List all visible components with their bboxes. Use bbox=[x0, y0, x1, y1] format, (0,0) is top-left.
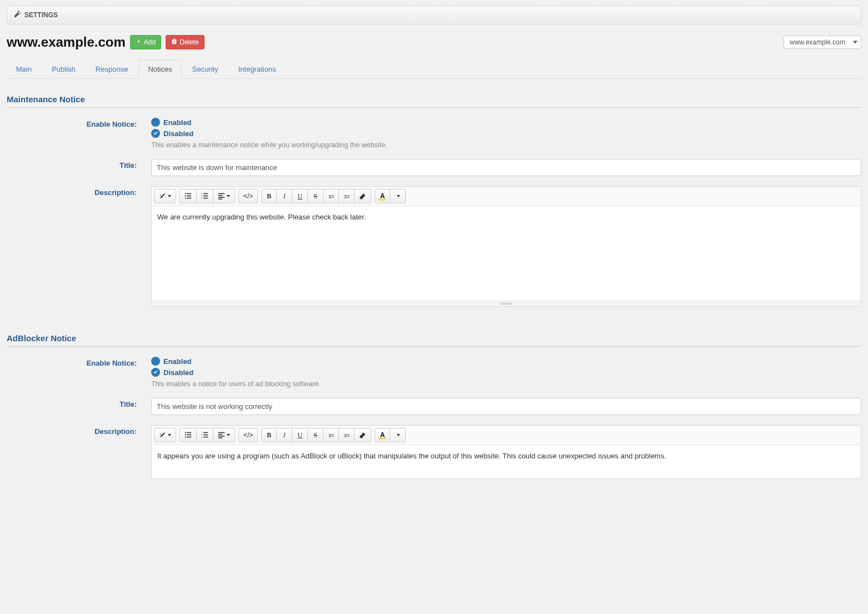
input-maint-title[interactable] bbox=[151, 159, 861, 176]
tab-publish[interactable]: Publish bbox=[42, 59, 85, 79]
font-color-button[interactable]: A bbox=[375, 428, 390, 442]
list-ul-icon bbox=[184, 431, 192, 440]
radio-maint-enabled-label: Enabled bbox=[163, 118, 192, 127]
codeview-button[interactable]: </> bbox=[238, 189, 258, 203]
unordered-list-button[interactable] bbox=[179, 428, 197, 442]
tab-response[interactable]: Response bbox=[86, 59, 138, 79]
editor-ab-content[interactable]: It appears you are using a program (such… bbox=[152, 445, 861, 478]
field-ab-enable: Enabled Disabled This enables a notice f… bbox=[151, 357, 861, 388]
editor-ab: 123 </> B I U S xs bbox=[151, 425, 861, 479]
section-maintenance: Maintenance Notice Enable Notice: Enable… bbox=[7, 94, 861, 307]
nav-tabs: Main Publish Response Notices Security I… bbox=[7, 59, 861, 79]
chevron-down-icon bbox=[397, 434, 400, 436]
align-left-icon bbox=[218, 192, 225, 201]
svg-rect-32 bbox=[218, 437, 222, 438]
input-ab-title[interactable] bbox=[151, 398, 861, 415]
radio-maint-disabled-label: Disabled bbox=[163, 129, 193, 138]
panel-heading: SETTINGS bbox=[7, 6, 861, 24]
codeview-button[interactable]: </> bbox=[238, 428, 258, 442]
style-button[interactable] bbox=[154, 189, 176, 203]
radio-ab-enabled[interactable]: Enabled bbox=[151, 357, 861, 366]
radio-ab-disabled[interactable]: Disabled bbox=[151, 368, 861, 377]
tab-integrations[interactable]: Integrations bbox=[229, 59, 286, 79]
radio-dot-icon bbox=[151, 118, 160, 127]
italic-button[interactable]: I bbox=[277, 189, 292, 203]
svg-text:3: 3 bbox=[201, 436, 202, 438]
color-swatch-icon bbox=[378, 438, 386, 440]
paragraph-button[interactable] bbox=[213, 189, 235, 203]
paragraph-button[interactable] bbox=[213, 428, 235, 442]
panel-title: SETTINGS bbox=[24, 11, 58, 19]
superscript-button[interactable]: xs bbox=[323, 189, 339, 203]
clear-formatting-button[interactable] bbox=[355, 189, 371, 203]
editor-maint: 123 </> B I U S xs bbox=[151, 186, 861, 307]
svg-point-18 bbox=[185, 434, 186, 435]
strikethrough-button[interactable]: S bbox=[308, 189, 323, 203]
subscript-button[interactable]: xs bbox=[339, 428, 355, 442]
radio-maint-disabled[interactable]: Disabled bbox=[151, 129, 861, 138]
editor-ab-toolbar: 123 </> B I U S xs bbox=[152, 426, 861, 445]
clear-formatting-button[interactable] bbox=[355, 428, 371, 442]
label-ab-title: Title: bbox=[7, 398, 151, 408]
subscript-button[interactable]: xs bbox=[339, 189, 355, 203]
svg-rect-11 bbox=[203, 195, 208, 196]
tab-main[interactable]: Main bbox=[7, 59, 41, 79]
field-ab-title bbox=[151, 398, 861, 415]
row-maint-enable: Enable Notice: Enabled Disabled This ena… bbox=[7, 118, 861, 149]
field-maint-title bbox=[151, 159, 861, 176]
row-maint-title: Title: bbox=[7, 159, 861, 176]
svg-rect-29 bbox=[218, 432, 225, 433]
help-ab-enable: This enables a notice for users of ad bl… bbox=[151, 380, 861, 388]
svg-rect-30 bbox=[218, 433, 222, 435]
svg-rect-14 bbox=[218, 194, 222, 196]
site-selector[interactable]: www.example.com bbox=[784, 36, 861, 49]
ordered-list-button[interactable]: 123 bbox=[197, 189, 213, 203]
ordered-list-button[interactable]: 123 bbox=[197, 428, 213, 442]
bold-button[interactable]: B bbox=[261, 428, 277, 442]
bold-button[interactable]: B bbox=[261, 189, 277, 203]
plus-circle-icon bbox=[136, 38, 142, 46]
settings-page: SETTINGS www.example.com Add Delete bbox=[0, 0, 868, 614]
delete-button[interactable]: Delete bbox=[166, 35, 204, 49]
label-ab-enable: Enable Notice: bbox=[7, 357, 151, 367]
superscript-button[interactable]: xs bbox=[323, 428, 339, 442]
svg-rect-31 bbox=[218, 436, 225, 437]
chevron-down-icon bbox=[227, 195, 230, 197]
label-ab-description: Description: bbox=[7, 425, 151, 436]
radio-maint-enabled[interactable]: Enabled bbox=[151, 118, 861, 127]
style-button[interactable] bbox=[154, 428, 176, 442]
font-color-more-button[interactable] bbox=[390, 189, 406, 203]
svg-rect-5 bbox=[187, 195, 191, 196]
tab-notices[interactable]: Notices bbox=[138, 59, 181, 79]
strikethrough-button[interactable]: S bbox=[308, 428, 323, 442]
unordered-list-button[interactable] bbox=[179, 189, 197, 203]
underline-button[interactable]: U bbox=[292, 428, 308, 442]
color-swatch-icon bbox=[378, 199, 386, 201]
font-color-button[interactable]: A bbox=[375, 189, 390, 203]
tab-security[interactable]: Security bbox=[183, 59, 228, 79]
chevron-down-icon bbox=[397, 195, 400, 197]
field-ab-description: 123 </> B I U S xs bbox=[151, 425, 861, 479]
svg-rect-12 bbox=[203, 197, 208, 198]
eraser-icon bbox=[359, 431, 366, 440]
editor-maint-content[interactable]: We are currently upgrading this website.… bbox=[152, 206, 861, 301]
row-maint-description: Description: 123 bbox=[7, 186, 861, 307]
italic-button[interactable]: I bbox=[277, 428, 292, 442]
wrench-icon bbox=[14, 11, 21, 19]
chevron-down-icon bbox=[227, 434, 230, 436]
add-button[interactable]: Add bbox=[130, 35, 161, 49]
svg-point-17 bbox=[185, 432, 186, 433]
editor-maint-resize[interactable] bbox=[152, 301, 861, 306]
font-color-more-button[interactable] bbox=[390, 428, 406, 442]
svg-rect-26 bbox=[203, 432, 208, 433]
magic-wand-icon bbox=[159, 192, 166, 201]
label-maint-enable: Enable Notice: bbox=[7, 118, 151, 128]
underline-button[interactable]: U bbox=[292, 189, 308, 203]
help-maint-enable: This enables a maintenance notice while … bbox=[151, 141, 861, 149]
section-adblocker: AdBlocker Notice Enable Notice: Enabled … bbox=[7, 333, 861, 479]
delete-button-label: Delete bbox=[179, 38, 199, 46]
grip-icon bbox=[500, 303, 512, 304]
site-title: www.example.com bbox=[7, 34, 126, 50]
trash-icon bbox=[171, 38, 177, 46]
editor-maint-toolbar: 123 </> B I U S xs bbox=[152, 187, 861, 206]
